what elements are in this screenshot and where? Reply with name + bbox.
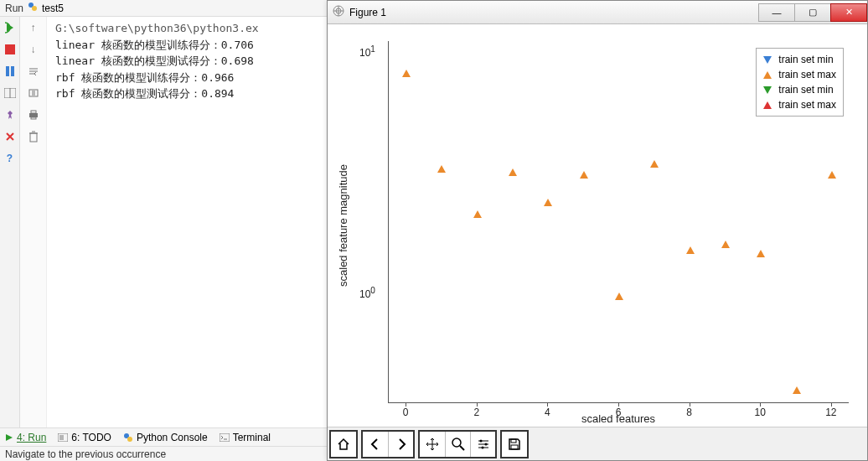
minimize-button[interactable]: —: [758, 3, 795, 22]
console-line: linear 核函数的模型训练得分：0.706: [55, 39, 254, 51]
data-marker: [580, 171, 588, 179]
data-marker: [473, 210, 482, 218]
plot-area: train set min train set max train set mi…: [388, 41, 849, 403]
home-icon[interactable]: [331, 432, 356, 457]
run-left-toolbar: ?: [0, 17, 20, 427]
data-marker: [650, 160, 659, 168]
console-path: G:\software\python36\python3.ex: [55, 22, 259, 34]
y-axis-label: scaled feature magnitude: [337, 164, 349, 287]
legend-item: train set max: [763, 97, 836, 112]
zoom-icon[interactable]: [445, 432, 470, 457]
data-marker: [828, 171, 836, 179]
print-button[interactable]: [25, 107, 42, 122]
tab-terminal[interactable]: Terminal: [220, 432, 271, 443]
triangle-down-icon: [763, 56, 772, 64]
scroll-button[interactable]: [25, 85, 42, 101]
run-config-name: test5: [42, 3, 64, 14]
configure-icon[interactable]: [470, 432, 495, 457]
legend: train set min train set max train set mi…: [756, 48, 844, 117]
svg-rect-8: [29, 113, 38, 117]
window-close-button[interactable]: ✕: [830, 3, 867, 22]
figure-toolbar: [328, 427, 867, 460]
triangle-down-icon: [763, 86, 772, 94]
forward-icon[interactable]: [388, 432, 413, 457]
save-icon[interactable]: [502, 432, 527, 457]
console-line: rbf 核函数的模型训练得分：0.966: [55, 71, 234, 84]
run-mid-toolbar: ↑ ↓: [20, 17, 47, 427]
stop-button[interactable]: [3, 42, 18, 57]
pin-button[interactable]: [3, 107, 18, 122]
svg-point-21: [479, 439, 482, 442]
pause-button[interactable]: [3, 64, 18, 79]
layout-button[interactable]: [3, 85, 18, 101]
help-button[interactable]: ?: [3, 151, 18, 166]
legend-item: train set max: [763, 67, 836, 82]
up-arrow-button[interactable]: ↑: [25, 20, 42, 35]
data-marker: [793, 386, 801, 394]
tab-run[interactable]: 4: Run: [5, 432, 46, 443]
svg-rect-11: [30, 133, 37, 142]
data-marker: [402, 70, 411, 77]
svg-point-20: [452, 438, 461, 447]
y-tick-10: 101: [359, 44, 375, 59]
legend-item: train set min: [763, 82, 836, 97]
data-marker: [437, 165, 446, 173]
tab-todo[interactable]: 6: TODO: [58, 432, 111, 443]
figure-canvas[interactable]: scaled feature magnitude 100 101 train s…: [328, 24, 867, 427]
svg-point-23: [481, 446, 483, 448]
data-marker: [615, 293, 623, 300]
rerun-button[interactable]: [3, 20, 18, 35]
svg-rect-10: [31, 117, 36, 119]
svg-point-22: [484, 443, 487, 445]
run-label: Run: [5, 3, 23, 14]
pan-icon[interactable]: [420, 432, 445, 457]
triangle-up-icon: [763, 101, 772, 109]
data-marker: [544, 199, 552, 206]
figure-title: Figure 1: [349, 7, 386, 18]
triangle-up-icon: [763, 71, 772, 79]
console-line: rbf 核函数的模型测试得分：0.894: [55, 87, 234, 100]
wrap-button[interactable]: [25, 64, 42, 79]
console-line: linear 核函数的模型测试得分：0.698: [55, 54, 254, 67]
x-axis-label: scaled features: [388, 412, 849, 425]
svg-rect-9: [31, 111, 36, 113]
legend-item: train set min: [763, 52, 836, 67]
figure-titlebar[interactable]: Figure 1 — ▢ ✕: [328, 1, 867, 24]
svg-rect-2: [5, 44, 15, 54]
data-marker: [721, 241, 730, 248]
tab-python-console[interactable]: Python Console: [123, 432, 208, 443]
back-icon[interactable]: [363, 432, 388, 457]
data-marker: [509, 168, 517, 176]
status-text: Navigate to the previous occurrence: [5, 448, 166, 460]
trash-button[interactable]: [25, 129, 42, 144]
python-file-icon: [27, 1, 39, 15]
svg-rect-15: [220, 433, 230, 442]
y-tick-1: 100: [359, 286, 375, 300]
down-arrow-button[interactable]: ↓: [25, 42, 42, 57]
data-marker: [686, 246, 695, 254]
matplotlib-icon: [333, 5, 344, 19]
svg-point-14: [127, 437, 132, 442]
data-marker: [757, 250, 765, 257]
svg-rect-4: [11, 66, 14, 76]
figure-window: Figure 1 — ▢ ✕ scaled feature magnitude …: [327, 0, 868, 461]
maximize-button[interactable]: ▢: [794, 3, 831, 22]
svg-point-1: [32, 6, 37, 11]
close-button[interactable]: [3, 129, 18, 144]
svg-rect-3: [6, 66, 9, 76]
